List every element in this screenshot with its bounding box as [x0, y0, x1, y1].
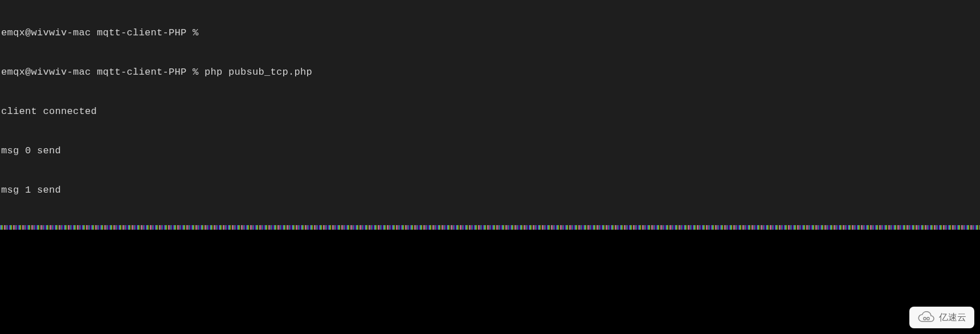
cloud-icon	[917, 311, 936, 324]
output-line: msg 0 send	[1, 144, 979, 157]
watermark-badge: 亿速云	[909, 307, 974, 328]
output-line: msg 1 send	[1, 184, 979, 197]
svg-point-0	[924, 317, 926, 320]
output-line: client connected	[1, 105, 979, 118]
svg-point-1	[927, 317, 929, 320]
terminal-window[interactable]: emqx@wivwiv-mac mqtt-client-PHP % emqx@w…	[0, 0, 980, 225]
command-line: emqx@wivwiv-mac mqtt-client-PHP % php pu…	[1, 66, 979, 79]
watermark-text: 亿速云	[939, 312, 966, 324]
artifact-line	[0, 225, 980, 230]
black-space	[0, 230, 980, 334]
prompt-line: emqx@wivwiv-mac mqtt-client-PHP %	[1, 26, 979, 39]
